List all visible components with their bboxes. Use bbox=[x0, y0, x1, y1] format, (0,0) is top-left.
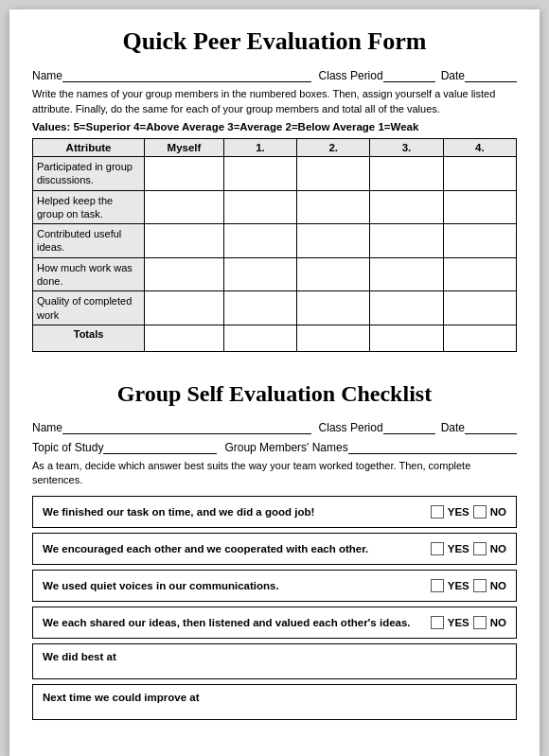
no-checkbox[interactable] bbox=[473, 505, 487, 519]
yes-no-group: YESNO bbox=[431, 616, 506, 629]
date-fill-1[interactable] bbox=[465, 67, 517, 82]
eval-data-cell[interactable] bbox=[370, 257, 443, 291]
yes-no-group: YESNO bbox=[431, 579, 506, 592]
yes-checkbox[interactable] bbox=[431, 579, 444, 592]
eval-data-cell[interactable] bbox=[297, 156, 370, 190]
name-label-2: Name bbox=[32, 421, 62, 434]
instructions2-text: As a team, decide which answer best suit… bbox=[32, 459, 517, 488]
checklist-item-text: We used quiet voices in our communicatio… bbox=[43, 580, 431, 591]
totals-data-cell[interactable] bbox=[223, 325, 296, 351]
attribute-cell: How much work was done. bbox=[33, 257, 145, 291]
eval-data-cell[interactable] bbox=[297, 257, 370, 291]
eval-data-cell[interactable] bbox=[443, 224, 516, 258]
eval-data-cell[interactable] bbox=[370, 291, 443, 325]
eval-data-cell[interactable] bbox=[223, 156, 296, 190]
eval-data-cell[interactable] bbox=[297, 224, 370, 258]
col-header-2: 2. bbox=[297, 138, 370, 156]
instructions-text: Write the names of your group members in… bbox=[32, 87, 517, 116]
yes-label: YES bbox=[448, 543, 469, 554]
eval-data-cell[interactable] bbox=[370, 190, 443, 224]
page: Quick Peer Evaluation Form Name Class Pe… bbox=[9, 9, 540, 756]
group-members-label: Group Members' Names bbox=[224, 441, 347, 454]
totals-data-cell[interactable] bbox=[370, 325, 443, 351]
no-checkbox[interactable] bbox=[473, 579, 487, 592]
topic-fill[interactable] bbox=[103, 439, 217, 454]
eval-data-cell[interactable] bbox=[443, 291, 516, 325]
eval-data-cell[interactable] bbox=[370, 156, 443, 190]
class-period-label: Class Period bbox=[319, 69, 383, 82]
eval-table: Attribute Myself 1. 2. 3. 4. Participate… bbox=[32, 138, 517, 352]
yes-label: YES bbox=[448, 617, 469, 628]
checklist-item-text: We each shared our ideas, then listened … bbox=[43, 617, 431, 628]
class-period-label-2: Class Period bbox=[319, 421, 383, 434]
section1-title: Quick Peer Evaluation Form bbox=[32, 26, 517, 56]
yes-checkbox[interactable] bbox=[431, 542, 444, 555]
totals-data-cell[interactable] bbox=[297, 325, 370, 351]
checklist-item: We used quiet voices in our communicatio… bbox=[32, 570, 517, 602]
attribute-cell: Helped keep the group on task. bbox=[33, 190, 145, 224]
attribute-cell: Contributed useful ideas. bbox=[33, 224, 145, 258]
date-fill-2[interactable] bbox=[465, 419, 517, 434]
date-label-1: Date bbox=[441, 69, 465, 82]
section2-title: Group Self Evaluation Checklist bbox=[32, 380, 517, 408]
open-items-container: We did best atNext time we could improve… bbox=[32, 643, 517, 720]
date-label-2: Date bbox=[441, 421, 465, 434]
eval-data-cell[interactable] bbox=[297, 291, 370, 325]
checklist-item-text: We encouraged each other and we cooperat… bbox=[43, 543, 431, 554]
yes-label: YES bbox=[448, 506, 469, 518]
no-label: NO bbox=[490, 506, 506, 518]
attribute-cell: Participated in group discussions. bbox=[33, 156, 145, 190]
eval-data-cell[interactable] bbox=[370, 224, 443, 258]
totals-data-cell[interactable] bbox=[145, 325, 224, 351]
yes-checkbox[interactable] bbox=[431, 505, 444, 519]
attribute-cell: Quality of completed work bbox=[33, 291, 145, 325]
open-item[interactable]: Next time we could improve at bbox=[32, 684, 517, 720]
eval-data-cell[interactable] bbox=[443, 257, 516, 291]
totals-label-cell: Totals bbox=[33, 325, 145, 351]
eval-data-cell[interactable] bbox=[223, 257, 296, 291]
eval-data-cell[interactable] bbox=[223, 224, 296, 258]
class-period-fill-2[interactable] bbox=[383, 419, 435, 434]
eval-data-cell[interactable] bbox=[145, 291, 224, 325]
col-header-3: 3. bbox=[370, 138, 443, 156]
col-header-myself: Myself bbox=[145, 138, 224, 156]
eval-data-cell[interactable] bbox=[443, 190, 516, 224]
eval-data-cell[interactable] bbox=[223, 190, 296, 224]
col-header-attribute: Attribute bbox=[33, 138, 145, 156]
eval-data-cell[interactable] bbox=[145, 224, 224, 258]
checklist-item-text: We finished our task on time, and we did… bbox=[43, 506, 431, 518]
eval-data-cell[interactable] bbox=[145, 190, 224, 224]
name-fill[interactable] bbox=[62, 67, 311, 82]
yes-checkbox[interactable] bbox=[431, 616, 444, 629]
name-fill-2[interactable] bbox=[62, 419, 311, 434]
checklist-item: We finished our task on time, and we did… bbox=[32, 496, 517, 528]
eval-data-cell[interactable] bbox=[145, 156, 224, 190]
group-members-fill[interactable] bbox=[348, 439, 517, 454]
yes-no-group: YESNO bbox=[431, 542, 506, 555]
topic-label: Topic of Study bbox=[32, 441, 103, 454]
checklist-container: We finished our task on time, and we did… bbox=[32, 496, 517, 639]
no-label: NO bbox=[490, 543, 506, 554]
eval-data-cell[interactable] bbox=[443, 156, 516, 190]
checklist-item: We each shared our ideas, then listened … bbox=[32, 607, 517, 639]
name-label: Name bbox=[32, 69, 62, 82]
yes-label: YES bbox=[448, 580, 469, 591]
totals-data-cell[interactable] bbox=[443, 325, 516, 351]
col-header-1: 1. bbox=[223, 138, 296, 156]
no-checkbox[interactable] bbox=[473, 542, 487, 555]
no-checkbox[interactable] bbox=[473, 616, 487, 629]
no-label: NO bbox=[490, 617, 506, 628]
class-period-fill[interactable] bbox=[383, 67, 435, 82]
checklist-item: We encouraged each other and we cooperat… bbox=[32, 533, 517, 565]
eval-data-cell[interactable] bbox=[223, 291, 296, 325]
values-line: Values: 5=Superior 4=Above Average 3=Ave… bbox=[32, 121, 517, 132]
eval-data-cell[interactable] bbox=[297, 190, 370, 224]
col-header-4: 4. bbox=[443, 138, 516, 156]
no-label: NO bbox=[490, 580, 506, 591]
open-item[interactable]: We did best at bbox=[32, 643, 517, 679]
yes-no-group: YESNO bbox=[431, 505, 506, 519]
eval-data-cell[interactable] bbox=[145, 257, 224, 291]
